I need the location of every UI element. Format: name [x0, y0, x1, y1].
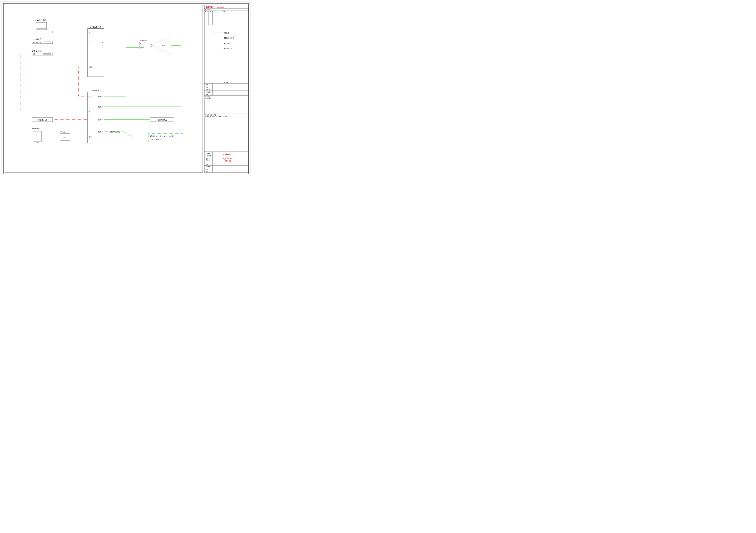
svg-text:环境灯光、电动窗帘、空调: 环境灯光、电动窗帘、空调 [150, 135, 173, 137]
svg-marker-104 [152, 36, 171, 55]
svg-text:OUT: OUT [100, 41, 103, 43]
svg-text:控制口: 控制口 [98, 96, 103, 97]
brand: 美音声光 [205, 6, 213, 8]
svg-text:工程名称: 工程名称 [205, 153, 210, 154]
svg-text:室  内: 室 内 [205, 87, 208, 88]
svg-point-111 [37, 142, 38, 143]
svg-text:电  气: 电 气 [205, 94, 208, 95]
svg-text:DWG.TITLE: DWG.TITLE [206, 160, 212, 161]
svg-text:弱 净 水: 弱 净 水 [205, 89, 210, 90]
drawing-name-1: 视频及中控 [223, 158, 232, 160]
svg-rect-66 [30, 31, 53, 33]
svg-point-101 [150, 44, 152, 46]
svg-text:校  对: 校 对 [205, 168, 208, 170]
svg-point-73 [39, 42, 39, 42]
svg-text:WiFi触控屏: WiFi触控屏 [32, 128, 40, 129]
svg-point-70 [35, 42, 35, 42]
svg-text:IN: IN [140, 43, 141, 44]
svg-text:IR: IR [89, 111, 90, 113]
project-name: 别墅影音 [223, 153, 231, 155]
controller-device: 中控主机 IR IR IR IR RJ45 控制口 控制口 控制口 控制口 [88, 89, 104, 143]
svg-rect-110 [33, 131, 41, 142]
svg-text:其它可控设备: 其它可控设备 [150, 139, 161, 140]
svg-text:说  明: 说 明 [223, 11, 225, 13]
legend: 视频信号 网络/中控信号 WiFi信号 IR红外信号 [212, 32, 234, 49]
svg-rect-63 [37, 23, 46, 29]
svg-rect-68 [32, 41, 53, 44]
svg-text:空调通风: 空调通风 [205, 91, 210, 93]
svg-text:无线路由: 无线路由 [60, 131, 67, 133]
svg-rect-109 [32, 130, 42, 144]
svg-text:电源时序器: 电源时序器 [157, 119, 167, 121]
svg-point-69 [33, 42, 34, 42]
svg-text:WiFi信号: WiFi信号 [224, 42, 230, 44]
svg-rect-75 [44, 42, 51, 43]
svg-text:工程设计出图专用章: 工程设计出图专用章 [205, 114, 216, 116]
svg-text:DVD播放器: DVD播放器 [32, 38, 41, 40]
svg-text:设  计: 设 计 [205, 171, 208, 172]
brand-url: www.avl.top [217, 7, 224, 8]
svg-text:IN 1: IN 1 [89, 32, 92, 34]
svg-text:控制口: 控制口 [98, 131, 103, 133]
svg-text:硬盘播放器: 硬盘播放器 [32, 50, 41, 52]
svg-text:图  名: 图 名 [205, 158, 208, 160]
svg-text:中控主机: 中控主机 [92, 89, 99, 91]
svg-rect-113 [60, 134, 70, 140]
svg-text:控制功能延展至: 控制功能延展至 [110, 131, 121, 133]
preamp-device: 前级效果器 [32, 117, 53, 122]
svg-text:审  核: 审 核 [205, 164, 208, 165]
svg-text:IR红外信号: IR红外信号 [224, 48, 232, 49]
svg-point-72 [37, 42, 38, 42]
svg-text:视频信号: 视频信号 [224, 32, 230, 34]
svg-point-71 [36, 42, 37, 42]
svg-rect-62 [36, 22, 46, 30]
svg-text:日期: 日期 [209, 11, 211, 13]
svg-text:网络/中控信号: 网络/中控信号 [224, 37, 234, 39]
svg-text:PROJECT: PROJECT [206, 155, 212, 156]
svg-text:控制口: 控制口 [98, 119, 103, 121]
svg-text:IR: IR [89, 119, 90, 121]
svg-text:建设单位: 建设单位 [205, 96, 210, 97]
svg-text:序号: 序号 [205, 11, 208, 13]
svg-text:控制口: 控制口 [98, 106, 103, 108]
title-block: 美音声光 www.avl.top 修改记录 序号 日期 说 明 视频信号 网络/… [204, 5, 249, 172]
svg-text:专业负责: 专业负责 [205, 166, 210, 167]
decoder-device: 多通道解码器 IN 1 IN 2 IN 3 控制口 OUT [88, 26, 104, 77]
svg-rect-3 [204, 5, 249, 172]
svg-text:RJ45: RJ45 [89, 136, 92, 138]
svg-text:控制口: 控制口 [140, 47, 144, 48]
svg-rect-78 [33, 53, 35, 55]
svg-text:电动幕: 电动幕 [162, 45, 167, 46]
svg-point-74 [40, 42, 41, 42]
svg-text:名  称: 名 称 [205, 84, 208, 86]
svg-text:IN 3: IN 3 [89, 53, 92, 55]
svg-text:VOD点歌系统: VOD点歌系统 [35, 19, 46, 21]
svg-text:会 签 栏: 会 签 栏 [224, 82, 229, 83]
router-device: 无线路由 RJ45 [60, 131, 70, 140]
diagram-canvas: 美音声光 www.avl.top 修改记录 序号 日期 说 明 视频信号 网络/… [0, 0, 252, 178]
svg-rect-100 [149, 44, 150, 47]
extend-group: 控制功能延展至 环境灯光、电动窗帘、空调 其它可控设备 [110, 131, 183, 142]
screen-device: 电动幕 [152, 36, 171, 55]
svg-text:RJ45: RJ45 [62, 137, 65, 138]
svg-rect-118 [148, 134, 183, 142]
svg-text:IN 2: IN 2 [89, 41, 92, 43]
svg-rect-77 [32, 53, 53, 55]
dvd-device: DVD播放器 [32, 38, 53, 44]
wifi-touch-device: WiFi触控屏 [32, 128, 42, 144]
svg-text:IR: IR [89, 103, 90, 105]
drawing-name-2: 系统图 [225, 160, 231, 162]
svg-rect-79 [43, 53, 51, 55]
svg-text:高清投影机: 高清投影机 [140, 39, 148, 41]
svg-text:多通道解码器: 多通道解码器 [90, 26, 101, 28]
hdd-device: 硬盘播放器 [32, 50, 53, 55]
svg-rect-88 [88, 92, 104, 143]
vod-device: VOD点歌系统 [30, 19, 53, 33]
sequencer-device: 电源时序器 [150, 117, 174, 122]
svg-text:前级效果器: 前级效果器 [38, 119, 47, 121]
svg-rect-81 [88, 28, 104, 77]
rev-header: 修改记录 [205, 9, 210, 11]
svg-text:STAMP OF ARCHITECTURAL DESIGN: STAMP OF ARCHITECTURAL DESIGN [205, 116, 227, 117]
svg-text:控制口: 控制口 [89, 66, 93, 68]
svg-text:IR: IR [89, 96, 90, 97]
